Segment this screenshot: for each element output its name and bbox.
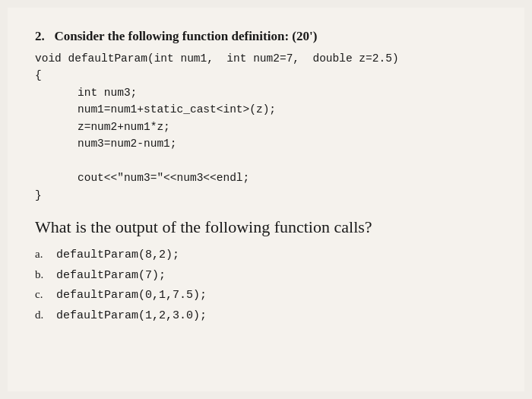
code-open-brace: { (35, 67, 497, 84)
sub-call-c: defaultParam(0,1,7.5); (56, 286, 207, 306)
page: 2. Consider the following function defin… (8, 8, 524, 391)
code-line-4: num3=num2-num1; (35, 135, 497, 152)
code-blank (35, 153, 497, 169)
sub-call-b: defaultParam(7); (56, 266, 166, 286)
sub-item-d: d. defaultParam(1,2,3.0); (35, 306, 497, 326)
code-line-2: num1=num1+static_cast<int>(z); (35, 101, 497, 118)
question-text: What is the output of the following func… (35, 217, 497, 237)
sub-items: a. defaultParam(8,2); b. defaultParam(7)… (35, 245, 497, 325)
sub-label-c: c. (35, 285, 50, 305)
sub-call-a: defaultParam(8,2); (56, 245, 179, 265)
code-signature: void defaultParam(int num1, int num2=7, … (35, 50, 497, 67)
question-title: Consider the following function definiti… (55, 29, 318, 43)
code-close-brace: } (35, 187, 497, 204)
code-block: void defaultParam(int num1, int num2=7, … (35, 50, 497, 204)
sub-label-a: a. (35, 245, 50, 264)
sub-item-a: a. defaultParam(8,2); (35, 245, 497, 265)
question-header: 2. Consider the following function defin… (35, 29, 497, 44)
code-line-1: int num3; (35, 84, 497, 101)
sub-item-b: b. defaultParam(7); (35, 265, 497, 286)
sub-call-d: defaultParam(1,2,3.0); (56, 306, 207, 326)
sub-label-b: b. (35, 265, 50, 285)
sub-label-d: d. (35, 306, 50, 325)
question-number: 2. (35, 29, 45, 43)
sub-item-c: c. defaultParam(0,1,7.5); (35, 285, 497, 306)
code-line-3: z=num2+num1*z; (35, 119, 497, 135)
code-cout: cout<<"num3="<<num3<<endl; (35, 169, 497, 186)
